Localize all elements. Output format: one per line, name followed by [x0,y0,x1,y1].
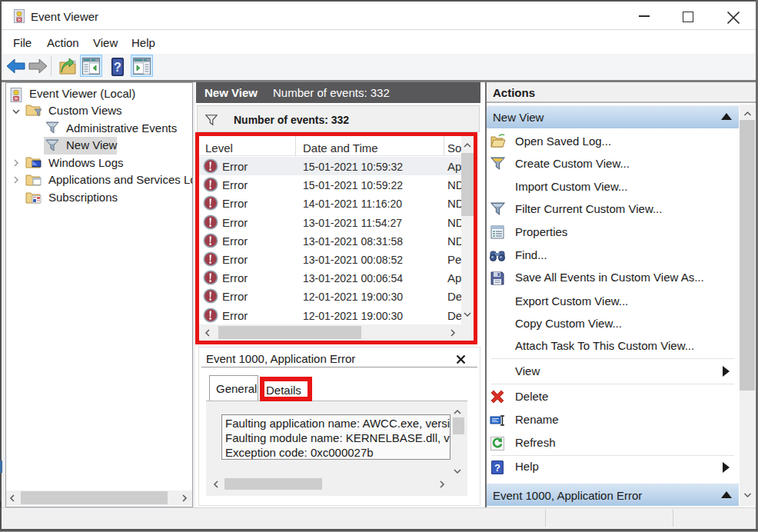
svg-text:?: ? [494,462,500,474]
svg-text:?: ? [114,61,121,74]
